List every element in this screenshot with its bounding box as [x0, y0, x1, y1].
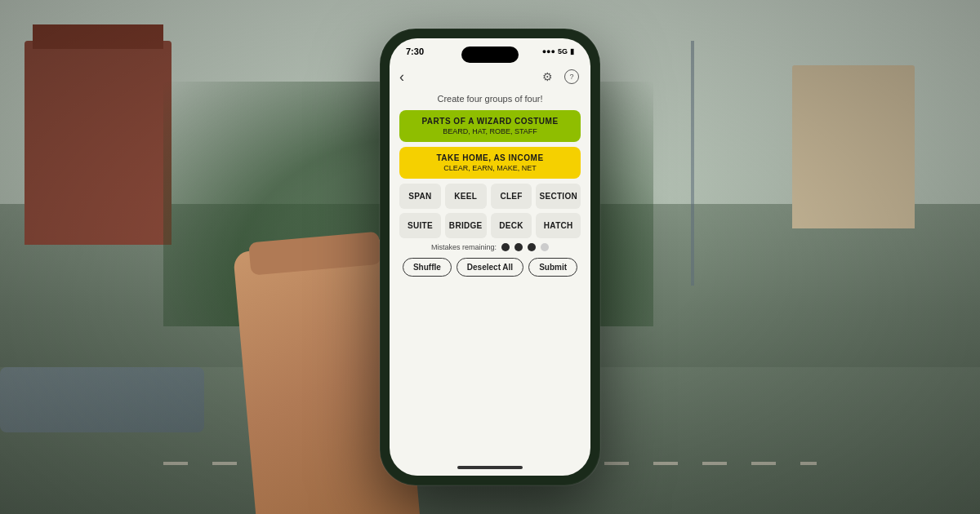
mistake-dot-3	[528, 243, 536, 251]
word-tile-suite[interactable]: SUITE	[399, 213, 441, 238]
solved-group-yellow-words: CLEAR, EARN, MAKE, NET	[409, 164, 571, 172]
word-tile-deck[interactable]: DECK	[491, 213, 532, 238]
network-label: 5G	[558, 47, 568, 55]
instruction-text: Create four groups of four!	[399, 92, 581, 105]
dynamic-island	[461, 47, 519, 63]
battery-icon: ▮	[570, 47, 574, 55]
mistakes-row: Mistakes remaining:	[399, 243, 581, 251]
help-button[interactable]: ?	[563, 68, 581, 86]
buttons-row: ShuffleDeselect AllSubmit	[399, 258, 581, 277]
phone-wrapper: 7:30 ●●● 5G ▮ ‹ ⚙	[380, 29, 600, 485]
word-tile-section[interactable]: SECTION	[536, 184, 581, 209]
word-tile-hatch[interactable]: HATCH	[536, 213, 581, 238]
word-grid: SPANKEELCLEFSECTIONSUITEBRIDGEDECKHATCH	[399, 184, 581, 238]
nav-bar: ‹ ⚙ ?	[399, 66, 581, 87]
solved-group-green-title: PARTS OF A WIZARD COSTUME	[409, 117, 571, 126]
app-content: ‹ ⚙ ? Create four groups of four! PARTS …	[390, 60, 590, 464]
mistake-dot-2	[514, 243, 523, 251]
mistake-dot-1	[501, 243, 510, 251]
status-icons: ●●● 5G ▮	[542, 47, 574, 55]
solved-group-yellow-title: TAKE HOME, AS INCOME	[409, 153, 571, 162]
phone-screen: 7:30 ●●● 5G ▮ ‹ ⚙	[390, 38, 590, 476]
mistakes-label: Mistakes remaining:	[431, 243, 497, 251]
status-time: 7:30	[406, 47, 424, 56]
phone-device: 7:30 ●●● 5G ▮ ‹ ⚙	[380, 29, 600, 485]
signal-icon: ●●●	[542, 47, 555, 55]
nav-icons: ⚙ ?	[538, 68, 581, 86]
back-button[interactable]: ‹	[399, 69, 404, 86]
submit-button[interactable]: Submit	[528, 258, 577, 277]
word-tile-span[interactable]: SPAN	[399, 184, 441, 209]
word-tile-bridge[interactable]: BRIDGE	[445, 213, 487, 238]
solved-group-green-words: BEARD, HAT, ROBE, STAFF	[409, 127, 571, 135]
solved-group-yellow: TAKE HOME, AS INCOME CLEAR, EARN, MAKE, …	[399, 147, 581, 179]
mistake-dot-4	[541, 243, 549, 251]
deselect-button[interactable]: Deselect All	[457, 258, 523, 277]
word-tile-keel[interactable]: KEEL	[445, 184, 487, 209]
settings-button[interactable]: ⚙	[538, 68, 556, 86]
word-tile-clef[interactable]: CLEF	[491, 184, 532, 209]
gear-icon: ⚙	[542, 70, 553, 83]
home-indicator	[457, 466, 523, 469]
help-icon: ?	[564, 69, 579, 84]
solved-group-green: PARTS OF A WIZARD COSTUME BEARD, HAT, RO…	[399, 110, 581, 142]
shuffle-button[interactable]: Shuffle	[403, 258, 452, 277]
